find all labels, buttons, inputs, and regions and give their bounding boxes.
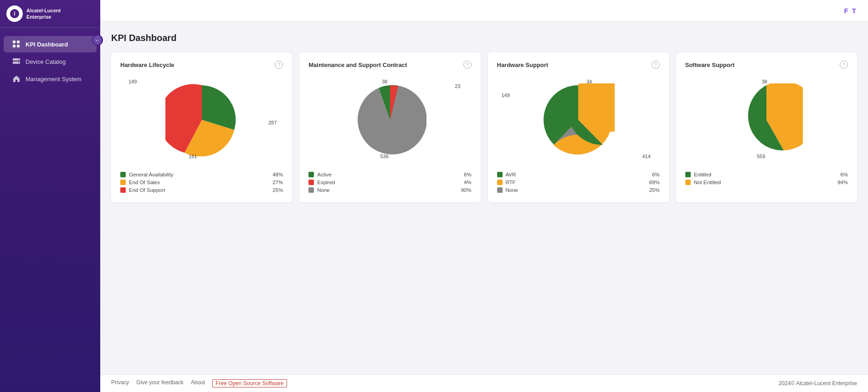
legend-item: Active 6% (308, 172, 471, 177)
legend-item: None 25% (497, 187, 660, 193)
card-header: Maintenance and Support Contract ? (308, 61, 471, 69)
footer-privacy-link[interactable]: Privacy (111, 379, 129, 387)
home-icon (12, 75, 21, 83)
pie-chart-hardware-lifecycle (165, 83, 238, 156)
topbar: F T (100, 0, 868, 22)
legend-item: Not Entitled 94% (685, 180, 848, 185)
help-icon[interactable]: ? (840, 61, 848, 69)
card-header: Hardware Support ? (497, 61, 660, 69)
sidebar-logo: i Alcatel·Lucent Enterprise (0, 0, 100, 28)
help-icon[interactable]: ? (652, 61, 660, 69)
logo-icon: i (6, 5, 23, 22)
pie-chart-hardware-support-2 (542, 83, 615, 156)
card-header: Software Support ? (685, 61, 848, 69)
chart-area: 38 559 (685, 74, 848, 165)
help-icon[interactable]: ? (275, 61, 283, 69)
sidebar-item-label: Device Catalog (26, 58, 66, 65)
card-title: Hardware Support (497, 62, 549, 68)
chart-label-top-right: 23 (455, 83, 460, 89)
sidebar: i Alcatel·Lucent Enterprise ← KPI Dashbo… (0, 0, 100, 392)
legend: Active 6% Expired 4% None 90% (308, 172, 471, 193)
chart-label-bottom: 161 (189, 154, 197, 159)
chart-label-top: 38 (382, 79, 387, 84)
content-area: KPI Dashboard Hardware Lifecycle ? 149 2… (100, 22, 868, 374)
hardware-lifecycle-card: Hardware Lifecycle ? 149 287 161 (111, 52, 292, 202)
chart-label-top-left: 149 (128, 79, 137, 84)
footer-foss-link[interactable]: Free Open Source Software (212, 379, 287, 387)
legend: General Availability 48% End Of Sales 27… (120, 172, 283, 193)
sidebar-item-label: Management System (26, 76, 82, 83)
svg-point-8 (18, 59, 19, 60)
pie-chart-maintenance (354, 83, 426, 156)
sidebar-item-kpi-dashboard[interactable]: KPI Dashboard (4, 36, 97, 52)
card-header: Hardware Lifecycle ? (120, 61, 283, 69)
legend-item: None 90% (308, 187, 471, 193)
sidebar-toggle[interactable]: ← (92, 35, 103, 46)
chart-label-top-left: 149 (502, 93, 510, 98)
legend-item: Entitled 6% (685, 172, 848, 177)
user-initials: F T (844, 7, 858, 15)
pie-chart-software-support (730, 83, 803, 156)
hardware-support-card: Hardware Support ? 149 34 414 (488, 52, 669, 202)
svg-rect-3 (17, 41, 20, 43)
footer-copyright: 2024© Alcatel-Lucent Enterprise (779, 380, 857, 387)
dashboard-grid: Hardware Lifecycle ? 149 287 161 (111, 52, 857, 202)
footer-feedback-link[interactable]: Give your feedback (136, 379, 183, 387)
svg-point-9 (18, 62, 19, 63)
logo-text: Alcatel·Lucent Enterprise (26, 7, 61, 21)
legend-item: Expired 4% (308, 180, 471, 185)
server-icon (12, 58, 21, 65)
legend: Entitled 6% Not Entitled 94% (685, 172, 848, 185)
sidebar-nav: KPI Dashboard Device Catalog Management (0, 28, 100, 392)
sidebar-item-device-catalog[interactable]: Device Catalog (4, 53, 97, 70)
sidebar-item-management-system[interactable]: Management System (4, 71, 97, 87)
svg-text:i: i (14, 10, 15, 17)
legend-item: AVR 6% (497, 172, 660, 177)
chart-label-bottom: 414 (642, 154, 650, 159)
page-title: KPI Dashboard (111, 33, 857, 43)
svg-rect-5 (17, 45, 20, 47)
chart-label-right: 287 (268, 120, 277, 125)
footer: Privacy Give your feedback About Free Op… (100, 374, 868, 392)
legend-item: End Of Support 25% (120, 187, 283, 193)
svg-rect-4 (13, 45, 15, 47)
chart-area: 149 34 414 (497, 74, 660, 165)
card-title: Hardware Lifecycle (120, 62, 175, 68)
legend-item: General Availability 48% (120, 172, 283, 177)
card-title: Maintenance and Support Contract (308, 62, 407, 68)
maintenance-support-card: Maintenance and Support Contract ? 38 23… (299, 52, 480, 202)
main-content: F T KPI Dashboard Hardware Lifecycle ? 1… (100, 0, 868, 392)
chart-area: 149 287 161 (120, 74, 283, 165)
svg-rect-2 (13, 41, 15, 43)
card-title: Software Support (685, 62, 734, 68)
chart-label-bottom: 559 (757, 154, 765, 159)
legend-item: End Of Sales 27% (120, 180, 283, 185)
chart-label-top: 38 (762, 79, 767, 84)
chart-label-bottom: 536 (380, 154, 388, 159)
legend: AVR 6% RTF 69% None 25% (497, 172, 660, 193)
help-icon[interactable]: ? (463, 61, 472, 69)
software-support-card: Software Support ? 38 559 Entitled (676, 52, 857, 202)
legend-item: RTF 69% (497, 180, 660, 185)
footer-about-link[interactable]: About (191, 379, 205, 387)
chart-area: 38 23 536 (308, 74, 471, 165)
footer-links: Privacy Give your feedback About Free Op… (111, 379, 287, 387)
sidebar-item-label: KPI Dashboard (26, 41, 68, 48)
grid-icon (12, 41, 21, 48)
